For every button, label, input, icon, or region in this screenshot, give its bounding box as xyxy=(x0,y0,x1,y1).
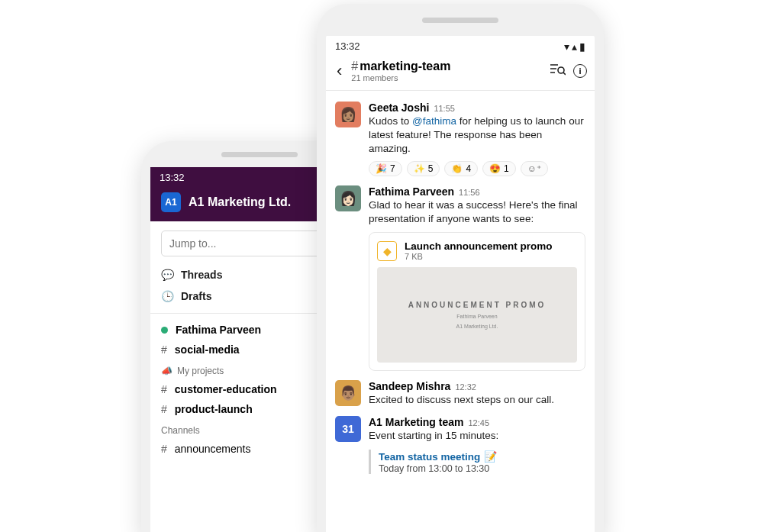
message-body: Glad to hear it was a success! Here's th… xyxy=(369,198,585,226)
preview-sub: Fathima Parveen xyxy=(456,314,497,319)
phone-speaker xyxy=(422,18,498,23)
calendar-icon: 31 xyxy=(335,416,361,442)
reactions: 🎉7 ✨5 👏4 😍1 ☺⁺ xyxy=(369,161,585,176)
reaction-heart-eyes[interactable]: 😍1 xyxy=(482,161,516,176)
message-time: 12:45 xyxy=(468,418,489,427)
hash-icon: # xyxy=(161,443,167,455)
event-time: Today from 13:00 to 13:30 xyxy=(379,463,585,474)
add-reaction-button[interactable]: ☺⁺ xyxy=(521,161,548,176)
message[interactable]: 👩🏻 Fathima Parveen 11:56 Glad to hear it… xyxy=(335,181,585,376)
channel-header: ‹ # marketing-team 21 members i xyxy=(326,55,595,91)
workspace-name: A1 Marketing Ltd. xyxy=(189,195,291,209)
svg-line-4 xyxy=(563,73,566,75)
wifi-icon: ▾ xyxy=(564,41,569,52)
avatar[interactable]: 👩🏽 xyxy=(335,102,361,127)
hash-icon: # xyxy=(161,383,167,395)
message-body: Kudos to @fathima for helping us to laun… xyxy=(369,114,585,156)
threads-label: Threads xyxy=(181,269,222,281)
reaction-sparkles[interactable]: ✨5 xyxy=(407,161,440,176)
message-time: 11:55 xyxy=(434,104,455,113)
file-name: Launch announcement promo xyxy=(405,240,553,252)
avatar[interactable]: 👨🏽 xyxy=(335,380,361,406)
back-button[interactable]: ‹ xyxy=(334,60,345,82)
file-preview[interactable]: ANNOUNCEMENT PROMO Fathima Parveen A1 Ma… xyxy=(377,267,577,363)
message[interactable]: 👨🏽 Sandeep Mishra 12:32 Excited to discu… xyxy=(335,376,585,411)
megaphone-icon: 📣 xyxy=(161,366,173,376)
file-size: 7 KB xyxy=(405,252,553,261)
preview-title: ANNOUNCEMENT PROMO xyxy=(408,301,547,309)
filter-search-icon[interactable] xyxy=(549,63,567,79)
hash-icon: # xyxy=(351,60,358,73)
message-time: 12:32 xyxy=(455,382,476,392)
hash-icon: # xyxy=(161,403,167,415)
avatar[interactable]: 👩🏻 xyxy=(335,185,361,211)
preview-sub: A1 Marketing Ltd. xyxy=(456,324,498,329)
channel-name: marketing-team xyxy=(360,60,450,73)
drafts-icon: 🕒 xyxy=(161,290,173,302)
hash-icon: # xyxy=(161,343,167,356)
section-label: Channels xyxy=(161,425,200,436)
phone-right: 13:32 ▾ ▴ ▮ ‹ # marketing-team 21 member… xyxy=(317,4,604,532)
dm-name: Fathima Parveen xyxy=(176,324,261,336)
status-bar: 13:32 ▾ ▴ ▮ xyxy=(326,36,595,55)
info-icon[interactable]: i xyxy=(573,64,587,78)
message-body: Excited to discuss next steps on our cal… xyxy=(369,393,585,407)
svg-point-3 xyxy=(558,67,564,73)
channel-label: announcements xyxy=(175,443,251,455)
reaction-clap[interactable]: 👏4 xyxy=(444,161,478,176)
message-author[interactable]: A1 Marketing team xyxy=(369,416,463,428)
status-time: 13:32 xyxy=(335,40,360,52)
channel-title-block[interactable]: # marketing-team 21 members xyxy=(351,60,543,82)
message-time: 11:56 xyxy=(459,188,480,197)
section-label: My projects xyxy=(177,366,224,376)
memo-icon: 📝 xyxy=(484,450,497,463)
message-author[interactable]: Sandeep Mishra xyxy=(369,380,450,392)
message-app[interactable]: 31 A1 Marketing team 12:45 Event startin… xyxy=(335,411,585,447)
message-author[interactable]: Fathima Parveen xyxy=(369,185,454,198)
signal-icon: ▴ xyxy=(572,41,577,52)
message[interactable]: 👩🏽 Geeta Joshi 11:55 Kudos to @fathima f… xyxy=(335,97,585,181)
battery-icon: ▮ xyxy=(579,41,585,52)
file-attachment[interactable]: ◆ Launch announcement promo 7 KB ANNOUNC… xyxy=(369,232,585,371)
event-title[interactable]: Team status meeting xyxy=(379,451,480,463)
phone-speaker xyxy=(221,152,298,157)
message-feed: 👩🏽 Geeta Joshi 11:55 Kudos to @fathima f… xyxy=(326,91,595,474)
status-time: 13:32 xyxy=(160,172,185,183)
status-icons: ▾ ▴ ▮ xyxy=(564,41,585,52)
reaction-tada[interactable]: 🎉7 xyxy=(369,161,402,176)
google-drive-icon: ◆ xyxy=(377,241,397,261)
threads-icon: 💬 xyxy=(161,269,173,281)
channel-label: social-media xyxy=(175,343,240,356)
channel-members: 21 members xyxy=(351,73,543,82)
drafts-label: Drafts xyxy=(181,290,211,302)
workspace-badge: A1 xyxy=(161,192,181,212)
channel-label: customer-education xyxy=(175,383,277,395)
screen-right: 13:32 ▾ ▴ ▮ ‹ # marketing-team 21 member… xyxy=(326,36,595,532)
mention[interactable]: @fathima xyxy=(412,115,456,127)
calendar-event[interactable]: Team status meeting 📝 Today from 13:00 t… xyxy=(369,450,585,474)
channel-label: product-launch xyxy=(175,403,253,415)
presence-icon xyxy=(161,327,168,334)
message-body: Event starting in 15 minutes: xyxy=(369,429,585,443)
message-author[interactable]: Geeta Joshi xyxy=(369,102,429,114)
